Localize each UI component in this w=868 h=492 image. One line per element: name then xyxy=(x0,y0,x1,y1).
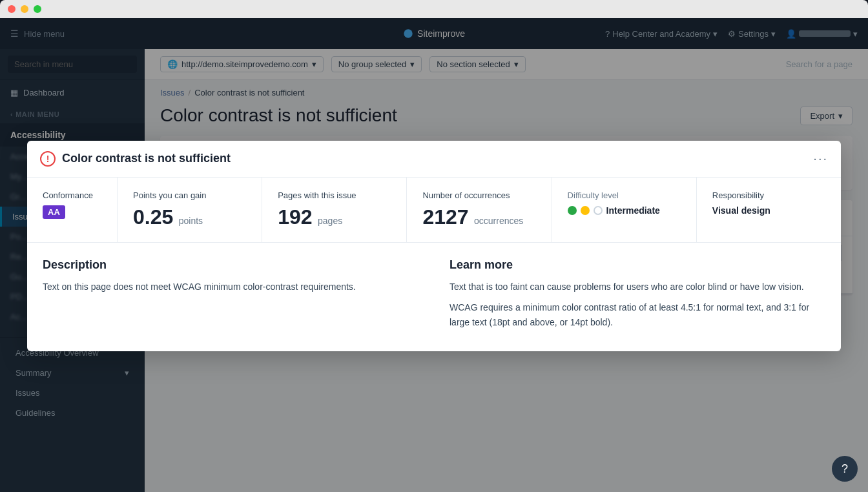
close-btn[interactable] xyxy=(8,5,16,13)
description-column: Description Text on this page does not m… xyxy=(43,258,418,336)
modal-body: Description Text on this page does not m… xyxy=(27,243,841,351)
pages-with-issue-label: Pages with this issue xyxy=(278,190,391,200)
occurrences-value: 2127 xyxy=(422,205,468,229)
difficulty-cell: Difficulty level Intermediate xyxy=(552,178,697,242)
difficulty-dot-2 xyxy=(581,206,590,215)
pages-unit: pages xyxy=(318,216,342,226)
difficulty-dot-1 xyxy=(568,206,577,215)
pages-value: 192 xyxy=(278,205,312,229)
points-value-container: 0.25 points xyxy=(133,205,246,229)
occurrences-cell: Number of occurrences 2127 occurrences xyxy=(407,178,552,242)
modal-header: ! Color contrast is not sufficient ··· xyxy=(27,141,841,178)
points-unit: points xyxy=(179,216,203,226)
difficulty-dot-3 xyxy=(594,206,603,215)
modal-warning-icon: ! xyxy=(40,151,56,167)
description-text: Text on this page does not meet WCAG min… xyxy=(43,280,418,294)
difficulty-dots: Intermediate xyxy=(568,205,681,216)
difficulty-label: Difficulty level xyxy=(568,190,681,200)
aa-badge: AA xyxy=(43,205,65,219)
window-chrome xyxy=(0,0,868,18)
responsibility-label: Responsibility xyxy=(712,190,825,200)
occurrences-value-container: 2127 occurrences xyxy=(422,205,535,229)
pages-value-container: 192 pages xyxy=(278,205,391,229)
modal-title-container: ! Color contrast is not sufficient xyxy=(40,151,231,167)
maximize-btn[interactable] xyxy=(34,5,41,13)
conformance-label: Conformance xyxy=(43,190,101,200)
modal-title-text: Color contrast is not sufficient xyxy=(62,152,231,165)
points-label: Points you can gain xyxy=(133,190,246,200)
description-title: Description xyxy=(43,258,418,272)
modal-more-button[interactable]: ··· xyxy=(813,151,828,166)
modal-dialog: ! Color contrast is not sufficient ··· C… xyxy=(27,141,841,351)
learn-more-text-2: WCAG requires a minimum color contrast r… xyxy=(450,300,825,329)
stats-row: Conformance AA Points you can gain 0.25 … xyxy=(27,178,841,243)
points-value: 0.25 xyxy=(133,205,173,229)
points-cell: Points you can gain 0.25 points xyxy=(118,178,262,242)
learn-more-column: Learn more Text that is too faint can ca… xyxy=(450,258,825,336)
modal-overlay[interactable]: ! Color contrast is not sufficient ··· C… xyxy=(0,0,868,492)
difficulty-text: Intermediate xyxy=(606,205,660,216)
conformance-cell: Conformance AA xyxy=(27,178,118,242)
responsibility-cell: Responsibility Visual design xyxy=(697,178,841,242)
occurrences-unit: occurrences xyxy=(474,216,523,226)
responsibility-value: Visual design xyxy=(712,205,825,216)
occurrences-label: Number of occurrences xyxy=(422,190,535,200)
learn-more-title: Learn more xyxy=(450,258,825,272)
help-fab-button[interactable]: ? xyxy=(832,456,858,482)
minimize-btn[interactable] xyxy=(21,5,28,13)
pages-cell: Pages with this issue 192 pages xyxy=(262,178,407,242)
learn-more-text-1: Text that is too faint can cause problem… xyxy=(450,280,825,294)
